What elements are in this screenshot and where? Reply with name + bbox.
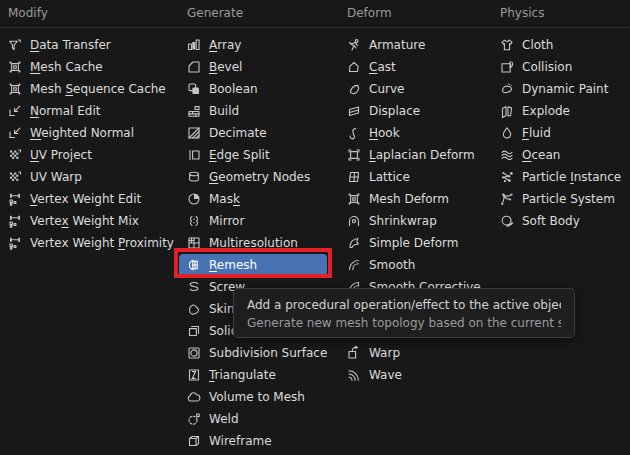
menu-item-label: Cloth — [522, 38, 553, 52]
particle-system-icon — [499, 191, 515, 207]
column-deform: DeformArmatureCastCurveDisplaceHookLapla… — [346, 0, 496, 455]
menu-item-dynamic-paint[interactable]: Dynamic Paint — [499, 78, 608, 100]
menu-item-uv-project[interactable]: UV Project — [7, 144, 92, 166]
menu-item-mask[interactable]: Mask — [186, 188, 240, 210]
wireframe-icon — [186, 433, 202, 449]
menu-item-vertex-weight-edit[interactable]: Vertex Weight Edit — [7, 188, 141, 210]
menu-item-label: Hook — [369, 126, 400, 140]
menu-item-lattice[interactable]: Lattice — [346, 166, 410, 188]
menu-item-particle-system[interactable]: Particle System — [499, 188, 615, 210]
menu-item-cast[interactable]: Cast — [346, 56, 396, 78]
menu-item-skin[interactable]: Skin — [186, 298, 235, 320]
multiresolution-icon — [186, 235, 202, 251]
menu-item-mesh-cache[interactable]: Mesh Cache — [7, 56, 103, 78]
column-header-physics: Physics — [500, 6, 544, 20]
menu-item-volume-to-mesh[interactable]: Volume to Mesh — [186, 386, 305, 408]
menu-item-label: Warp — [369, 346, 400, 360]
menu-item-soft-body[interactable]: Soft Body — [499, 210, 580, 232]
menu-item-label: Geometry Nodes — [209, 170, 310, 184]
menu-item-label: Boolean — [209, 82, 258, 96]
menu-item-smooth[interactable]: Smooth — [346, 254, 415, 276]
menu-item-ocean[interactable]: Ocean — [499, 144, 560, 166]
menu-item-data-transfer[interactable]: Data Transfer — [7, 34, 111, 56]
menu-item-weld[interactable]: Weld — [186, 408, 239, 430]
menu-item-boolean[interactable]: Boolean — [186, 78, 258, 100]
menu-item-fluid[interactable]: Fluid — [499, 122, 551, 144]
menu-item-label: Soft Body — [522, 214, 580, 228]
menu-item-edge-split[interactable]: Edge Split — [186, 144, 270, 166]
menu-item-warp[interactable]: Warp — [346, 342, 400, 364]
menu-item-curve[interactable]: Curve — [346, 78, 404, 100]
menu-item-subdivision-surface[interactable]: Subdivision Surface — [186, 342, 327, 364]
mesh-sequence-cache-icon — [7, 81, 23, 97]
normal-edit-icon — [7, 103, 23, 119]
laplacian-deform-icon — [346, 147, 362, 163]
tooltip-line-1: Add a procedural operation/effect to the… — [247, 296, 561, 314]
menu-item-collision[interactable]: Collision — [499, 56, 572, 78]
menu-item-mesh-sequence-cache[interactable]: Mesh Sequence Cache — [7, 78, 166, 100]
menu-item-label: Mesh Sequence Cache — [30, 82, 166, 96]
menu-item-cloth[interactable]: Cloth — [499, 34, 553, 56]
warp-icon — [346, 345, 362, 361]
menu-item-multiresolution[interactable]: Multiresolution — [186, 232, 298, 254]
menu-item-laplacian-deform[interactable]: Laplacian Deform — [346, 144, 475, 166]
menu-item-label: Array — [209, 38, 241, 52]
menu-item-wave[interactable]: Wave — [346, 364, 402, 386]
menu-item-label: Collision — [522, 60, 572, 74]
menu-item-label: Multiresolution — [209, 236, 298, 250]
menu-item-uv-warp[interactable]: UV Warp — [7, 166, 82, 188]
solidify-icon — [186, 323, 202, 339]
menu-item-array[interactable]: Array — [186, 34, 241, 56]
menu-item-label: Curve — [369, 82, 404, 96]
menu-item-label: Armature — [369, 38, 425, 52]
cast-icon — [346, 59, 362, 75]
column-header-deform: Deform — [347, 6, 392, 20]
menu-item-label: Bevel — [209, 60, 242, 74]
menu-item-triangulate[interactable]: Triangulate — [186, 364, 276, 386]
menu-item-decimate[interactable]: Decimate — [186, 122, 267, 144]
menu-item-vertex-weight-proximity[interactable]: Vertex Weight Proximity — [7, 232, 174, 254]
column-physics: PhysicsClothCollisionDynamic PaintExplod… — [499, 0, 627, 455]
collision-icon — [499, 59, 515, 75]
menu-item-label: Particle Instance — [522, 170, 621, 184]
menu-item-weighted-normal[interactable]: Weighted Normal — [7, 122, 134, 144]
menu-item-label: Wave — [369, 368, 402, 382]
menu-item-label: Remesh — [209, 258, 257, 272]
menu-item-label: Normal Edit — [30, 104, 100, 118]
menu-item-label: UV Project — [30, 148, 92, 162]
tooltip-description: Add a procedural operation/effect to the… — [247, 298, 561, 312]
menu-item-geometry-nodes[interactable]: Geometry Nodes — [186, 166, 310, 188]
menu-item-remesh[interactable]: Remesh — [179, 254, 327, 276]
subdivision-surface-icon — [186, 345, 202, 361]
menu-item-label: Vertex Weight Edit — [30, 192, 141, 206]
wave-icon — [346, 367, 362, 383]
menu-item-build[interactable]: Build — [186, 100, 239, 122]
vertex-weight-mix-icon — [7, 213, 23, 229]
ocean-icon — [499, 147, 515, 163]
column-header-modify: Modify — [8, 6, 48, 20]
menu-item-displace[interactable]: Displace — [346, 100, 420, 122]
menu-item-armature[interactable]: Armature — [346, 34, 425, 56]
bevel-icon — [186, 59, 202, 75]
menu-item-label: Triangulate — [209, 368, 276, 382]
menu-item-vertex-weight-mix[interactable]: Vertex Weight Mix — [7, 210, 139, 232]
particle-instance-icon — [499, 169, 515, 185]
menu-item-mesh-deform[interactable]: Mesh Deform — [346, 188, 449, 210]
vertex-weight-edit-icon — [7, 191, 23, 207]
weld-icon — [186, 411, 202, 427]
menu-item-wireframe[interactable]: Wireframe — [186, 430, 272, 452]
menu-item-hook[interactable]: Hook — [346, 122, 400, 144]
menu-item-label: UV Warp — [30, 170, 82, 184]
remesh-icon — [186, 257, 202, 273]
menu-item-particle-instance[interactable]: Particle Instance — [499, 166, 621, 188]
menu-item-bevel[interactable]: Bevel — [186, 56, 242, 78]
menu-item-simple-deform[interactable]: Simple Deform — [346, 232, 458, 254]
menu-item-label: Weighted Normal — [30, 126, 134, 140]
menu-item-explode[interactable]: Explode — [499, 100, 570, 122]
menu-item-label: Dynamic Paint — [522, 82, 608, 96]
build-icon — [186, 103, 202, 119]
menu-item-normal-edit[interactable]: Normal Edit — [7, 100, 100, 122]
menu-item-shrinkwrap[interactable]: Shrinkwrap — [346, 210, 437, 232]
menu-item-label: Mirror — [209, 214, 244, 228]
menu-item-mirror[interactable]: Mirror — [186, 210, 244, 232]
